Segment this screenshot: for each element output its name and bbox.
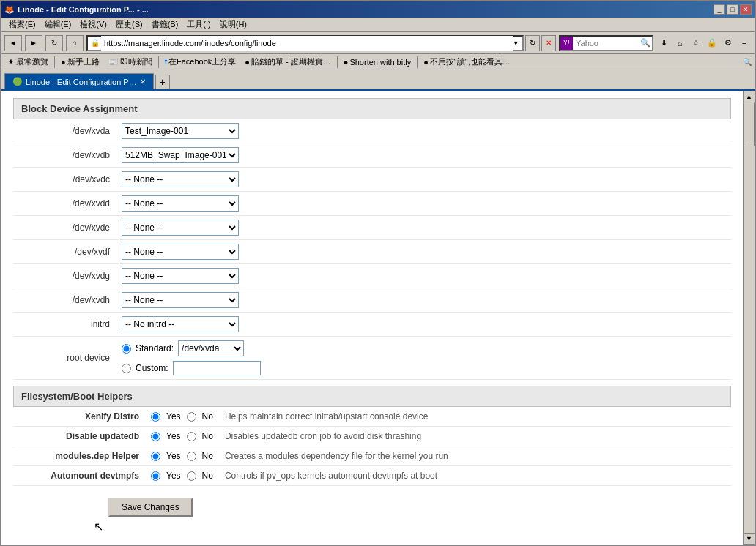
table-row-initrd: initrd -- No initrd -- xyxy=(13,313,731,337)
more-icon[interactable]: ≡ xyxy=(737,36,752,51)
stop-button[interactable]: ✕ xyxy=(541,35,556,51)
select-xvdf[interactable]: -- None -- xyxy=(122,244,239,260)
xenify-yes-radio[interactable] xyxy=(151,412,160,422)
block-device-section-header: Block Device Assignment xyxy=(13,98,731,119)
menu-edit[interactable]: 編輯(E) xyxy=(40,18,76,31)
url-input[interactable] xyxy=(101,36,513,51)
reload-button[interactable]: ↻ xyxy=(45,35,63,51)
home-button[interactable]: ⌂ xyxy=(66,35,84,51)
select-xvdh[interactable]: -- None -- xyxy=(122,292,239,308)
root-device-custom-radio[interactable] xyxy=(122,364,131,373)
root-device-label: root device xyxy=(13,337,116,380)
table-row: /dev/xvdd -- None -- xyxy=(13,192,731,216)
home-icon2[interactable]: ⌂ xyxy=(672,36,687,51)
window-controls[interactable]: _ □ ✕ xyxy=(714,4,752,15)
scrollbar-thumb[interactable] xyxy=(744,102,755,146)
select-xvde[interactable]: -- None -- xyxy=(122,220,239,236)
bookmark-read[interactable]: ● 不用按"讀",也能看其… xyxy=(420,56,514,68)
xenify-no-radio[interactable] xyxy=(187,412,196,422)
bookmark-facebook[interactable]: f 在Facebook上分享 xyxy=(162,56,240,68)
settings-icon[interactable]: ⚙ xyxy=(721,36,735,51)
scrollbar-up-button[interactable]: ▲ xyxy=(744,91,755,102)
maximize-button[interactable]: □ xyxy=(727,4,738,15)
devtmpfs-yes-radio[interactable] xyxy=(151,471,160,481)
root-device-standard-select[interactable]: /dev/xvda xyxy=(178,340,244,356)
xenify-no-label: No xyxy=(202,411,213,422)
table-row: /dev/xvdh -- None -- xyxy=(13,288,731,313)
devtmpfs-no-radio[interactable] xyxy=(187,471,196,481)
table-row: Automount devtmpfs Yes No Controls if pv… xyxy=(13,466,731,486)
menu-bookmarks[interactable]: 書籤(B) xyxy=(147,18,183,31)
close-button[interactable]: ✕ xyxy=(740,4,752,15)
initrd-value: -- No initrd -- xyxy=(116,313,731,337)
device-label-xvdb: /dev/xvdb xyxy=(13,143,116,168)
xenify-label: Xenify Distro xyxy=(13,407,145,427)
device-value-xvdh: -- None -- xyxy=(116,288,731,313)
scrollbar-down-button[interactable]: ▼ xyxy=(744,533,755,545)
toolbar-icons: ⬇ ⌂ ☆ 🔒 ⚙ ≡ xyxy=(656,36,752,51)
device-label-xvdd: /dev/xvdd xyxy=(13,192,116,216)
select-xvdb[interactable]: 512MB_Swap_Image-001 xyxy=(122,147,239,163)
device-label-xvdc: /dev/xvdc xyxy=(13,168,116,192)
menu-tools[interactable]: 工具(I) xyxy=(182,18,215,31)
menu-file[interactable]: 檔案(E) xyxy=(4,18,40,31)
bookmark-frequently-visited[interactable]: ★ 最常瀏覽 xyxy=(4,56,51,68)
modulesdep-no-label: No xyxy=(202,451,213,461)
lock-icon[interactable]: 🔒 xyxy=(705,36,719,51)
tab-close-button[interactable]: ✕ xyxy=(140,78,146,86)
device-label-xvde: /dev/xvde xyxy=(13,216,116,240)
bookmark-new-user[interactable]: ● 新手上路 xyxy=(58,56,103,68)
bookmarks-bar: ★ 最常瀏覽 ● 新手上路 📰 即時新聞 f 在Facebook上分享 ● 賠錢… xyxy=(1,54,755,70)
bm-separator-3 xyxy=(337,56,338,68)
menu-history[interactable]: 歷史(S) xyxy=(111,18,147,31)
root-device-standard-row: Standard: /dev/xvda xyxy=(122,340,725,356)
modulesdep-no-radio[interactable] xyxy=(187,452,196,461)
modulesdep-yes-radio[interactable] xyxy=(151,452,160,461)
minimize-button[interactable]: _ xyxy=(714,4,725,15)
updatedb-no-radio[interactable] xyxy=(187,432,196,441)
save-changes-button[interactable]: Save Changes xyxy=(108,498,193,517)
main-tab[interactable]: 🟢 Linode - Edit Configuration P… ✕ xyxy=(4,73,154,89)
bookmark-bitly[interactable]: ● Shorten with bitly xyxy=(341,57,414,67)
bookmarks-search-icon[interactable]: 🔍 xyxy=(743,58,752,66)
forward-button[interactable]: ► xyxy=(25,35,42,51)
updatedb-label: Disable updatedb xyxy=(13,427,145,446)
select-xvda[interactable]: Test_Image-001 xyxy=(122,123,239,139)
table-row: /dev/xvda Test_Image-001 xyxy=(13,119,731,143)
menu-help[interactable]: 說明(H) xyxy=(215,18,251,31)
back-button[interactable]: ◄ xyxy=(4,35,22,51)
search-input[interactable] xyxy=(573,39,639,48)
updatedb-yes-radio[interactable] xyxy=(151,432,160,441)
select-initrd[interactable]: -- No initrd -- xyxy=(122,316,239,332)
menu-view[interactable]: 檢視(V) xyxy=(75,18,111,31)
select-xvdg[interactable]: -- None -- xyxy=(122,268,239,284)
device-value-xvdc: -- None -- xyxy=(116,168,731,192)
refresh-small-button[interactable]: ↻ xyxy=(525,35,540,51)
scrollbar-track[interactable] xyxy=(744,102,755,533)
url-dropdown-btn[interactable]: ▼ xyxy=(513,40,519,47)
scrollbar-right: ▲ ▼ xyxy=(743,91,755,545)
star-icon[interactable]: ☆ xyxy=(689,36,703,51)
content-area: Block Device Assignment /dev/xvda Test_I… xyxy=(1,91,755,545)
table-row: /dev/xvdf -- None -- xyxy=(13,240,731,264)
new-tab-button[interactable]: + xyxy=(155,75,170,89)
trading-bm-icon: ● xyxy=(245,58,250,67)
xenify-radios: Yes No xyxy=(145,407,219,427)
browser-toolbar: ◄ ► ↻ ⌂ 🔒 ▼ ↻ ✕ Y! 🔍 ⬇ ⌂ ☆ 🔒 ⚙ ≡ xyxy=(1,32,755,54)
cursor-indicator: ↖ xyxy=(94,520,103,534)
search-bar: Y! 🔍 xyxy=(559,35,653,51)
download-icon[interactable]: ⬇ xyxy=(656,36,671,51)
xenify-yes-label: Yes xyxy=(166,411,181,422)
device-value-xvdf: -- None -- xyxy=(116,240,731,264)
bookmark-news[interactable]: 📰 即時新聞 xyxy=(105,56,155,68)
root-device-custom-input[interactable] xyxy=(173,361,261,375)
select-xvdc[interactable]: -- None -- xyxy=(122,171,239,187)
root-device-standard-radio[interactable] xyxy=(122,344,131,354)
initrd-label: initrd xyxy=(13,313,116,337)
search-submit-icon[interactable]: 🔍 xyxy=(639,38,652,48)
bookmark-trading[interactable]: ● 賠錢的單 - 證期權實… xyxy=(242,56,333,68)
title-bar: 🦊 Linode - Edit Configuration P... - ...… xyxy=(1,1,755,18)
select-xvdd[interactable]: -- None -- xyxy=(122,195,239,212)
new-user-bm-icon: ● xyxy=(61,58,66,67)
block-device-table: /dev/xvda Test_Image-001 /dev/xvdb 512M xyxy=(13,119,731,380)
